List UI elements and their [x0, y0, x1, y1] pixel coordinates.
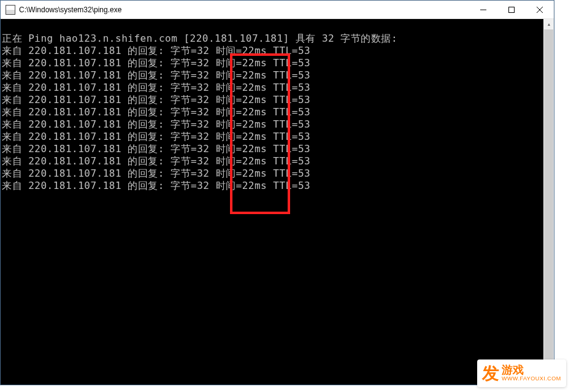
- ping-reply-line: 来自 220.181.107.181 的回复: 字节=32 时间=22ms TT…: [2, 180, 553, 192]
- scroll-thumb[interactable]: [544, 29, 553, 374]
- app-icon: [6, 5, 15, 15]
- ping-reply-line: 来自 220.181.107.181 的回复: 字节=32 时间=22ms TT…: [2, 94, 553, 106]
- ping-reply-line: 来自 220.181.107.181 的回复: 字节=32 时间=22ms TT…: [2, 155, 553, 167]
- maximize-button[interactable]: [497, 1, 526, 18]
- titlebar[interactable]: C:\Windows\system32\ping.exe: [1, 1, 554, 19]
- watermark-url: WWW.FAYOUXI.COM: [502, 376, 561, 382]
- ping-reply-line: 来自 220.181.107.181 的回复: 字节=32 时间=22ms TT…: [2, 118, 553, 131]
- vertical-scrollbar[interactable]: ▴ ▾: [543, 19, 554, 385]
- ping-reply-line: 来自 220.181.107.181 的回复: 字节=32 时间=22ms TT…: [2, 45, 553, 57]
- ping-header-line: 正在 Ping hao123.n.shifen.com [220.181.107…: [2, 33, 553, 45]
- application-window: C:\Windows\system32\ping.exe 正在 Ping hao…: [0, 0, 554, 385]
- ping-reply-line: 来自 220.181.107.181 的回复: 字节=32 时间=22ms TT…: [2, 167, 553, 180]
- minimize-button[interactable]: [469, 1, 497, 18]
- ping-reply-line: 来自 220.181.107.181 的回复: 字节=32 时间=22ms TT…: [2, 82, 553, 94]
- ping-reply-line: 来自 220.181.107.181 的回复: 字节=32 时间=22ms TT…: [2, 57, 553, 69]
- ping-reply-line: 来自 220.181.107.181 的回复: 字节=32 时间=22ms TT…: [2, 69, 553, 82]
- ping-reply-line: 来自 220.181.107.181 的回复: 字节=32 时间=22ms TT…: [2, 143, 553, 155]
- svg-rect-1: [509, 7, 515, 12]
- console-area[interactable]: 正在 Ping hao123.n.shifen.com [220.181.107…: [1, 19, 554, 385]
- watermark-logo: 发: [482, 365, 499, 382]
- ping-reply-line: 来自 220.181.107.181 的回复: 字节=32 时间=22ms TT…: [2, 131, 553, 143]
- window-title: C:\Windows\system32\ping.exe: [19, 6, 469, 14]
- ping-reply-line: 来自 220.181.107.181 的回复: 字节=32 时间=22ms TT…: [2, 106, 553, 118]
- scroll-up-icon[interactable]: ▴: [543, 19, 554, 29]
- window-controls: [469, 1, 554, 18]
- close-button[interactable]: [526, 1, 554, 18]
- watermark-title: 游戏: [502, 364, 561, 377]
- watermark-badge: 发 游戏 WWW.FAYOUXI.COM: [477, 359, 566, 387]
